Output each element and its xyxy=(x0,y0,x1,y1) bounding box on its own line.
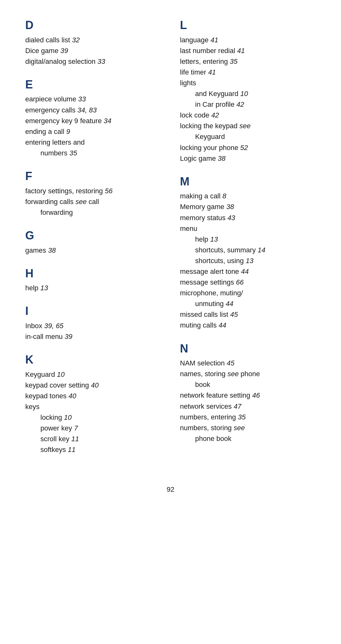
index-entry: locking your phone 52 xyxy=(180,142,316,153)
index-entry: memory status 43 xyxy=(180,213,316,223)
index-entry: network services 47 xyxy=(180,401,316,412)
index-entry: forwarding xyxy=(25,207,161,218)
index-entry: unmuting 44 xyxy=(180,298,316,309)
index-section-g: Ggames 38 xyxy=(25,229,161,256)
index-entry: lights xyxy=(180,78,316,88)
index-entry: digital/analog selection 33 xyxy=(25,56,161,67)
index-entry: NAM selection 45 xyxy=(180,358,316,369)
section-letter: D xyxy=(25,19,161,32)
index-section-n: NNAM selection 45names, storing see phon… xyxy=(180,342,316,444)
index-entry: help 13 xyxy=(25,283,161,293)
index-section-l: Llanguage 41last number redial 41letters… xyxy=(180,19,316,164)
index-section-d: Ddialed calls list 32Dice game 39digital… xyxy=(25,19,161,67)
page-number: 92 xyxy=(167,485,174,493)
index-entry: numbers, storing see xyxy=(180,423,316,433)
index-entry: making a call 8 xyxy=(180,191,316,202)
index-section-e: Eearpiece volume 33emergency calls 34, 8… xyxy=(25,78,161,159)
page-content: Ddialed calls list 32Dice game 39digital… xyxy=(25,19,316,466)
index-section-h: Hhelp 13 xyxy=(25,267,161,294)
index-entry: menu xyxy=(180,223,316,234)
section-letter: G xyxy=(25,229,161,242)
index-entry: last number redial 41 xyxy=(180,45,316,56)
index-entry: earpiece volume 33 xyxy=(25,94,161,105)
index-entry: network feature setting 46 xyxy=(180,390,316,401)
index-section-m: Mmaking a call 8Memory game 38memory sta… xyxy=(180,175,316,331)
index-entry: games 38 xyxy=(25,245,161,256)
index-entry: book xyxy=(180,379,316,390)
index-entry: emergency key 9 feature 34 xyxy=(25,116,161,126)
index-entry: numbers, entering 35 xyxy=(180,412,316,423)
index-entry: Keyguard xyxy=(180,131,316,142)
section-letter: F xyxy=(25,170,161,183)
index-section-i: IInbox 39, 65in-call menu 39 xyxy=(25,305,161,342)
index-entry: ending a call 9 xyxy=(25,126,161,137)
index-entry: keypad cover setting 40 xyxy=(25,380,161,391)
index-section-k: KKeyguard 10keypad cover setting 40keypa… xyxy=(25,353,161,455)
section-letter: H xyxy=(25,267,161,280)
section-letter: K xyxy=(25,353,161,366)
index-entry: emergency calls 34, 83 xyxy=(25,105,161,116)
index-entry: life timer 41 xyxy=(180,67,316,78)
section-letter: E xyxy=(25,78,161,91)
section-letter: I xyxy=(25,305,161,317)
index-entry: muting calls 44 xyxy=(180,320,316,331)
index-entry: message alert tone 44 xyxy=(180,266,316,277)
index-entry: missed calls list 45 xyxy=(180,309,316,320)
index-entry: shortcuts, using 13 xyxy=(180,256,316,266)
right-column: Llanguage 41last number redial 41letters… xyxy=(180,19,316,466)
index-entry: numbers 35 xyxy=(25,148,161,159)
index-entry: power key 7 xyxy=(25,423,161,434)
index-entry: dialed calls list 32 xyxy=(25,35,161,45)
index-section-f: Ffactory settings, restoring 56forwardin… xyxy=(25,170,161,218)
section-letter: N xyxy=(180,342,316,355)
page-footer: 92 xyxy=(25,485,316,494)
index-entry: message settings 66 xyxy=(180,277,316,288)
index-entry: help 13 xyxy=(180,234,316,245)
index-entry: names, storing see phone xyxy=(180,369,316,379)
index-entry: scroll key 11 xyxy=(25,434,161,444)
index-entry: phone book xyxy=(180,433,316,444)
index-entry: lock code 42 xyxy=(180,110,316,121)
index-entry: letters, entering 35 xyxy=(180,56,316,67)
index-entry: locking the keypad see xyxy=(180,121,316,131)
index-entry: softkeys 11 xyxy=(25,444,161,455)
index-entry: locking 10 xyxy=(25,412,161,423)
index-entry: keypad tones 40 xyxy=(25,391,161,401)
index-entry: shortcuts, summary 14 xyxy=(180,245,316,256)
index-entry: Keyguard 10 xyxy=(25,369,161,380)
index-entry: forwarding calls see call xyxy=(25,196,161,207)
section-letter: M xyxy=(180,175,316,188)
index-entry: Inbox 39, 65 xyxy=(25,321,161,331)
index-entry: language 41 xyxy=(180,35,316,45)
index-entry: in Car profile 42 xyxy=(180,99,316,110)
index-entry: Memory game 38 xyxy=(180,202,316,212)
index-entry: factory settings, restoring 56 xyxy=(25,186,161,196)
section-letter: L xyxy=(180,19,316,32)
index-entry: keys xyxy=(25,401,161,412)
index-entry: microphone, muting/ xyxy=(180,288,316,298)
index-entry: in-call menu 39 xyxy=(25,331,161,342)
index-entry: Logic game 38 xyxy=(180,153,316,164)
index-entry: and Keyguard 10 xyxy=(180,88,316,99)
index-entry: entering letters and xyxy=(25,137,161,148)
left-column: Ddialed calls list 32Dice game 39digital… xyxy=(25,19,161,466)
index-entry: Dice game 39 xyxy=(25,45,161,56)
